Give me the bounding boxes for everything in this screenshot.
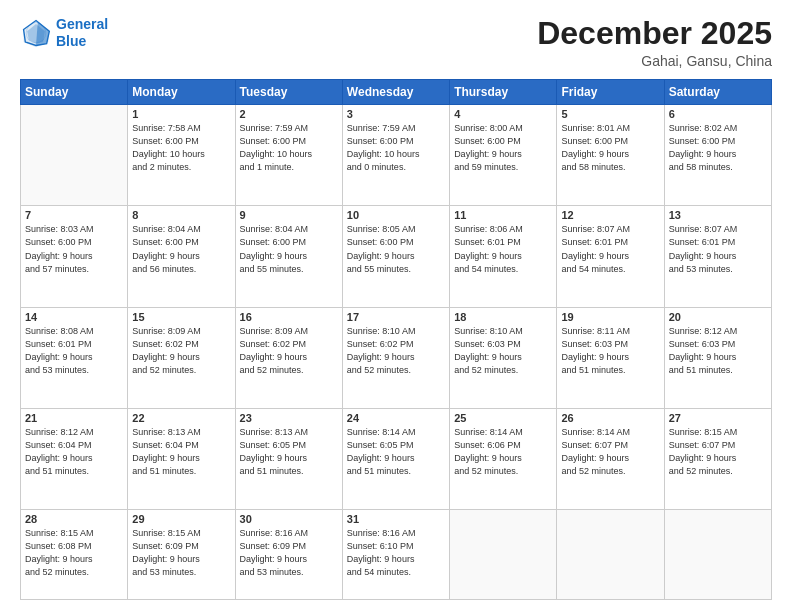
calendar-cell: 30Sunrise: 8:16 AM Sunset: 6:09 PM Dayli… [235,510,342,600]
calendar-week-row: 14Sunrise: 8:08 AM Sunset: 6:01 PM Dayli… [21,307,772,408]
location: Gahai, Gansu, China [537,53,772,69]
day-info: Sunrise: 7:58 AM Sunset: 6:00 PM Dayligh… [132,122,230,174]
day-info: Sunrise: 7:59 AM Sunset: 6:00 PM Dayligh… [347,122,445,174]
day-number: 5 [561,108,659,120]
day-number: 16 [240,311,338,323]
day-number: 27 [669,412,767,424]
day-info: Sunrise: 8:03 AM Sunset: 6:00 PM Dayligh… [25,223,123,275]
day-info: Sunrise: 8:15 AM Sunset: 6:07 PM Dayligh… [669,426,767,478]
calendar-cell: 22Sunrise: 8:13 AM Sunset: 6:04 PM Dayli… [128,408,235,509]
day-info: Sunrise: 8:00 AM Sunset: 6:00 PM Dayligh… [454,122,552,174]
calendar-cell: 17Sunrise: 8:10 AM Sunset: 6:02 PM Dayli… [342,307,449,408]
day-info: Sunrise: 8:15 AM Sunset: 6:08 PM Dayligh… [25,527,123,579]
calendar-cell: 29Sunrise: 8:15 AM Sunset: 6:09 PM Dayli… [128,510,235,600]
day-info: Sunrise: 8:08 AM Sunset: 6:01 PM Dayligh… [25,325,123,377]
day-info: Sunrise: 8:14 AM Sunset: 6:06 PM Dayligh… [454,426,552,478]
day-info: Sunrise: 8:12 AM Sunset: 6:04 PM Dayligh… [25,426,123,478]
day-info: Sunrise: 8:09 AM Sunset: 6:02 PM Dayligh… [240,325,338,377]
calendar-cell: 8Sunrise: 8:04 AM Sunset: 6:00 PM Daylig… [128,206,235,307]
calendar-cell: 26Sunrise: 8:14 AM Sunset: 6:07 PM Dayli… [557,408,664,509]
day-info: Sunrise: 8:02 AM Sunset: 6:00 PM Dayligh… [669,122,767,174]
day-info: Sunrise: 8:14 AM Sunset: 6:07 PM Dayligh… [561,426,659,478]
day-info: Sunrise: 8:10 AM Sunset: 6:03 PM Dayligh… [454,325,552,377]
calendar-cell: 2Sunrise: 7:59 AM Sunset: 6:00 PM Daylig… [235,105,342,206]
day-info: Sunrise: 8:14 AM Sunset: 6:05 PM Dayligh… [347,426,445,478]
calendar-cell: 12Sunrise: 8:07 AM Sunset: 6:01 PM Dayli… [557,206,664,307]
calendar-cell [450,510,557,600]
day-number: 2 [240,108,338,120]
day-number: 31 [347,513,445,525]
calendar-day-header: Tuesday [235,80,342,105]
calendar-cell: 9Sunrise: 8:04 AM Sunset: 6:00 PM Daylig… [235,206,342,307]
calendar-cell: 21Sunrise: 8:12 AM Sunset: 6:04 PM Dayli… [21,408,128,509]
calendar-day-header: Thursday [450,80,557,105]
day-number: 30 [240,513,338,525]
day-number: 24 [347,412,445,424]
header: General Blue December 2025 Gahai, Gansu,… [20,16,772,69]
day-info: Sunrise: 8:16 AM Sunset: 6:10 PM Dayligh… [347,527,445,579]
day-info: Sunrise: 8:13 AM Sunset: 6:05 PM Dayligh… [240,426,338,478]
calendar-cell: 16Sunrise: 8:09 AM Sunset: 6:02 PM Dayli… [235,307,342,408]
calendar-cell: 5Sunrise: 8:01 AM Sunset: 6:00 PM Daylig… [557,105,664,206]
day-number: 8 [132,209,230,221]
calendar-cell: 27Sunrise: 8:15 AM Sunset: 6:07 PM Dayli… [664,408,771,509]
day-number: 22 [132,412,230,424]
day-number: 25 [454,412,552,424]
day-number: 6 [669,108,767,120]
calendar-cell: 3Sunrise: 7:59 AM Sunset: 6:00 PM Daylig… [342,105,449,206]
day-info: Sunrise: 8:05 AM Sunset: 6:00 PM Dayligh… [347,223,445,275]
title-block: December 2025 Gahai, Gansu, China [537,16,772,69]
day-info: Sunrise: 8:11 AM Sunset: 6:03 PM Dayligh… [561,325,659,377]
day-number: 29 [132,513,230,525]
calendar-cell: 11Sunrise: 8:06 AM Sunset: 6:01 PM Dayli… [450,206,557,307]
calendar-cell: 28Sunrise: 8:15 AM Sunset: 6:08 PM Dayli… [21,510,128,600]
day-info: Sunrise: 7:59 AM Sunset: 6:00 PM Dayligh… [240,122,338,174]
calendar-cell: 20Sunrise: 8:12 AM Sunset: 6:03 PM Dayli… [664,307,771,408]
calendar-week-row: 21Sunrise: 8:12 AM Sunset: 6:04 PM Dayli… [21,408,772,509]
day-number: 21 [25,412,123,424]
calendar-day-header: Sunday [21,80,128,105]
calendar-cell: 10Sunrise: 8:05 AM Sunset: 6:00 PM Dayli… [342,206,449,307]
calendar-cell: 13Sunrise: 8:07 AM Sunset: 6:01 PM Dayli… [664,206,771,307]
calendar-cell: 1Sunrise: 7:58 AM Sunset: 6:00 PM Daylig… [128,105,235,206]
calendar-cell: 23Sunrise: 8:13 AM Sunset: 6:05 PM Dayli… [235,408,342,509]
calendar-table: SundayMondayTuesdayWednesdayThursdayFrid… [20,79,772,600]
logo-text: General Blue [56,16,108,50]
day-info: Sunrise: 8:09 AM Sunset: 6:02 PM Dayligh… [132,325,230,377]
day-info: Sunrise: 8:01 AM Sunset: 6:00 PM Dayligh… [561,122,659,174]
calendar-cell: 24Sunrise: 8:14 AM Sunset: 6:05 PM Dayli… [342,408,449,509]
calendar-day-header: Wednesday [342,80,449,105]
day-number: 19 [561,311,659,323]
day-number: 10 [347,209,445,221]
calendar-cell: 4Sunrise: 8:00 AM Sunset: 6:00 PM Daylig… [450,105,557,206]
day-info: Sunrise: 8:16 AM Sunset: 6:09 PM Dayligh… [240,527,338,579]
calendar-cell: 14Sunrise: 8:08 AM Sunset: 6:01 PM Dayli… [21,307,128,408]
day-number: 18 [454,311,552,323]
day-number: 1 [132,108,230,120]
calendar-cell: 18Sunrise: 8:10 AM Sunset: 6:03 PM Dayli… [450,307,557,408]
calendar-cell [664,510,771,600]
page: General Blue December 2025 Gahai, Gansu,… [0,0,792,612]
day-number: 12 [561,209,659,221]
day-number: 14 [25,311,123,323]
calendar-day-header: Monday [128,80,235,105]
day-info: Sunrise: 8:13 AM Sunset: 6:04 PM Dayligh… [132,426,230,478]
day-number: 26 [561,412,659,424]
day-number: 17 [347,311,445,323]
logo-icon [20,17,52,49]
calendar-day-header: Friday [557,80,664,105]
day-info: Sunrise: 8:06 AM Sunset: 6:01 PM Dayligh… [454,223,552,275]
day-number: 20 [669,311,767,323]
calendar-cell: 7Sunrise: 8:03 AM Sunset: 6:00 PM Daylig… [21,206,128,307]
day-info: Sunrise: 8:04 AM Sunset: 6:00 PM Dayligh… [240,223,338,275]
calendar-week-row: 28Sunrise: 8:15 AM Sunset: 6:08 PM Dayli… [21,510,772,600]
day-number: 15 [132,311,230,323]
month-title: December 2025 [537,16,772,51]
day-info: Sunrise: 8:10 AM Sunset: 6:02 PM Dayligh… [347,325,445,377]
day-info: Sunrise: 8:15 AM Sunset: 6:09 PM Dayligh… [132,527,230,579]
calendar-cell: 6Sunrise: 8:02 AM Sunset: 6:00 PM Daylig… [664,105,771,206]
day-number: 9 [240,209,338,221]
calendar-week-row: 7Sunrise: 8:03 AM Sunset: 6:00 PM Daylig… [21,206,772,307]
day-info: Sunrise: 8:12 AM Sunset: 6:03 PM Dayligh… [669,325,767,377]
calendar-week-row: 1Sunrise: 7:58 AM Sunset: 6:00 PM Daylig… [21,105,772,206]
